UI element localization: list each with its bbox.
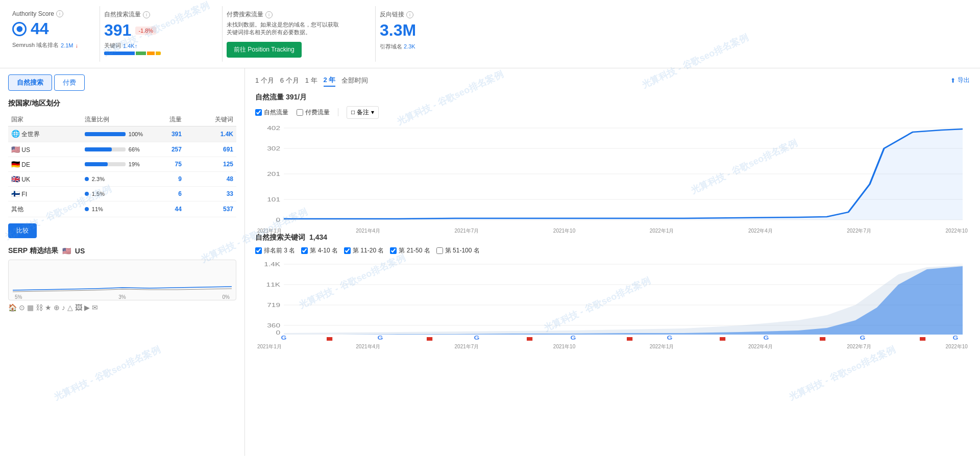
organic-traffic-badge: -1.8% — [135, 27, 156, 35]
paid-checkbox[interactable] — [297, 109, 303, 116]
country-table: 国家 流量比例 流量 关键词 🌐 全世界100%3911.4K🇺🇸 US66%2… — [8, 113, 236, 217]
cell-country: 其他 — [8, 201, 82, 217]
serp-icon-5[interactable]: ★ — [45, 303, 52, 312]
svg-text:0: 0 — [276, 329, 280, 336]
keywords-bar-row: 关键词 1.4K↑ — [104, 42, 210, 49]
serp-icon-1[interactable]: 🏠 — [8, 303, 17, 312]
chevron-down-icon: ▾ — [371, 109, 374, 116]
export-button[interactable]: ⬆ 导出 — [950, 76, 970, 85]
position-tracking-button[interactable]: 前往 Position Tracking — [227, 42, 302, 58]
cell-bar: 1.5% — [82, 186, 146, 201]
serp-icon-9[interactable]: 🖼 — [75, 303, 82, 312]
keyword-bar-visual — [104, 52, 210, 55]
serp-icon-3[interactable]: ▦ — [27, 303, 34, 312]
svg-text:360: 360 — [267, 322, 280, 328]
table-row: 🇬🇧 UK2.3%948 — [8, 171, 236, 186]
backlinks-info-icon[interactable]: i — [406, 11, 413, 18]
semrush-row: Semrush 域名排名 2.1M ↓ — [12, 41, 87, 49]
col-traffic-pct: 流量比例 — [82, 113, 146, 126]
svg-text:1.4K: 1.4K — [264, 261, 280, 267]
serp-header: SERP 精选结果 🇺🇸 US — [8, 246, 236, 256]
svg-rect-36 — [920, 337, 925, 341]
cell-traffic: 257 — [146, 142, 185, 157]
left-panel: 自然搜索 付费 按国家/地区划分 国家 流量比例 流量 关键词 🌐 全世界100… — [0, 68, 245, 456]
serp-chart-area: 5% 3% 0% — [8, 260, 236, 300]
svg-text:201: 201 — [267, 171, 280, 177]
cell-bar: 100% — [82, 126, 146, 142]
organic-info-icon[interactable]: i — [143, 11, 150, 18]
col-country: 国家 — [8, 113, 82, 126]
legend-divider — [338, 108, 338, 116]
paid-traffic-block: 付费搜索流量 i 未找到数据。如果这是您的域名，您可以获取关键词排名相关的所有必… — [223, 6, 376, 62]
organic-traffic-value: 391 -1.8% — [104, 21, 210, 40]
note-dropdown[interactable]: □ 备注 ▾ — [347, 106, 379, 119]
tab-paid[interactable]: 付费 — [54, 74, 85, 91]
time-filter-row: 1 个月 6 个月 1 年 2 年 全部时间 ⬆ 导出 — [255, 74, 970, 87]
serp-icon-11[interactable]: ✉ — [92, 303, 98, 312]
paid-traffic-message: 未找到数据。如果这是您的域名，您可以获取关键词排名相关的所有必要数据。 — [227, 21, 339, 37]
right-panel: 1 个月 6 个月 1 年 2 年 全部时间 ⬆ 导出 自然流量 391/月 自… — [245, 68, 980, 456]
cell-keywords: 125 — [185, 157, 236, 171]
backlinks-label: 反向链接 i — [380, 10, 465, 19]
organic-checkbox[interactable] — [255, 109, 262, 116]
authority-score-info-icon[interactable]: i — [56, 10, 63, 17]
kw-11-20-checkbox[interactable] — [344, 247, 351, 254]
cell-traffic: 75 — [146, 157, 185, 171]
cell-country: 🌐 全世界 — [8, 126, 82, 142]
cell-bar: 11% — [82, 201, 146, 217]
cell-traffic: 391 — [146, 126, 185, 142]
serp-icon-6[interactable]: ⊕ — [54, 303, 60, 312]
table-row: 其他11%44537 — [8, 201, 236, 217]
svg-text:G: G — [378, 335, 383, 341]
serp-icon-10[interactable]: ▶ — [84, 303, 90, 312]
svg-rect-31 — [427, 337, 432, 341]
serp-section: SERP 精选结果 🇺🇸 US 5% 3% 0% 🏠 ⊙ ▦ ⛓ — [8, 246, 236, 312]
svg-marker-10 — [284, 129, 963, 220]
kw-chart-wrapper: 1.4K 11K 719 360 0 G G G G G G G — [255, 259, 970, 351]
chart-legend: 自然流量 付费流量 □ 备注 ▾ — [255, 106, 970, 119]
time-1m[interactable]: 1 个月 — [255, 74, 274, 87]
cell-bar: 2.3% — [82, 171, 146, 186]
cell-country: 🇺🇸 US — [8, 142, 82, 157]
kw-4-10-checkbox[interactable] — [301, 247, 308, 254]
serp-icon-row: 🏠 ⊙ ▦ ⛓ ★ ⊕ ♪ △ 🖼 ▶ ✉ — [8, 303, 236, 312]
cell-bar: 66% — [82, 142, 146, 157]
serp-icon-4[interactable]: ⛓ — [36, 303, 43, 312]
serp-icon-2[interactable]: ⊙ — [19, 303, 25, 312]
cell-country: 🇫🇮 FI — [8, 186, 82, 201]
cell-traffic: 44 — [146, 201, 185, 217]
kw-filter-11-20: 第 11-20 名 — [344, 246, 384, 255]
svg-text:G: G — [764, 335, 769, 341]
referring-domains-row: 引荐域名 2.3K — [380, 43, 465, 50]
organic-traffic-label: 自然搜索流量 i — [104, 10, 210, 19]
svg-text:G: G — [667, 335, 673, 341]
svg-text:G: G — [281, 335, 287, 341]
svg-text:G: G — [953, 335, 959, 341]
time-2y[interactable]: 2 年 — [324, 74, 336, 87]
serp-icon-7[interactable]: ♪ — [62, 303, 65, 312]
time-all[interactable]: 全部时间 — [341, 74, 368, 87]
kw-top3-checkbox[interactable] — [255, 247, 262, 254]
svg-text:402: 402 — [267, 125, 280, 131]
keywords-section: 自然搜索关键词 1,434 排名前 3 名 第 4-10 名 第 11-20 名 — [255, 233, 970, 351]
serp-chart-svg — [13, 262, 232, 293]
kw-51-100-checkbox[interactable] — [436, 247, 443, 254]
paid-info-icon[interactable]: i — [265, 11, 273, 18]
chart-x-labels: 2021年1月 2021年4月 2021年7月 2021年10 2022年1月 … — [255, 227, 970, 235]
serp-icon-8[interactable]: △ — [67, 303, 73, 312]
export-icon: ⬆ — [950, 77, 955, 84]
svg-text:302: 302 — [267, 145, 280, 151]
svg-rect-35 — [820, 337, 825, 341]
note-icon: □ — [351, 109, 355, 116]
time-1y[interactable]: 1 年 — [305, 74, 317, 87]
svg-rect-34 — [720, 337, 725, 341]
kw-filter-21-50: 第 21-50 名 — [390, 246, 430, 255]
compare-button[interactable]: 比较 — [8, 223, 37, 238]
organic-traffic-block: 自然搜索流量 i 391 -1.8% 关键词 1.4K↑ — [100, 6, 223, 62]
cell-keywords: 691 — [185, 142, 236, 157]
svg-rect-33 — [627, 337, 632, 341]
time-6m[interactable]: 6 个月 — [280, 74, 299, 87]
kw-21-50-checkbox[interactable] — [390, 247, 397, 254]
tab-organic[interactable]: 自然搜索 — [8, 74, 52, 91]
main-content: 自然搜索 付费 按国家/地区划分 国家 流量比例 流量 关键词 🌐 全世界100… — [0, 68, 980, 456]
